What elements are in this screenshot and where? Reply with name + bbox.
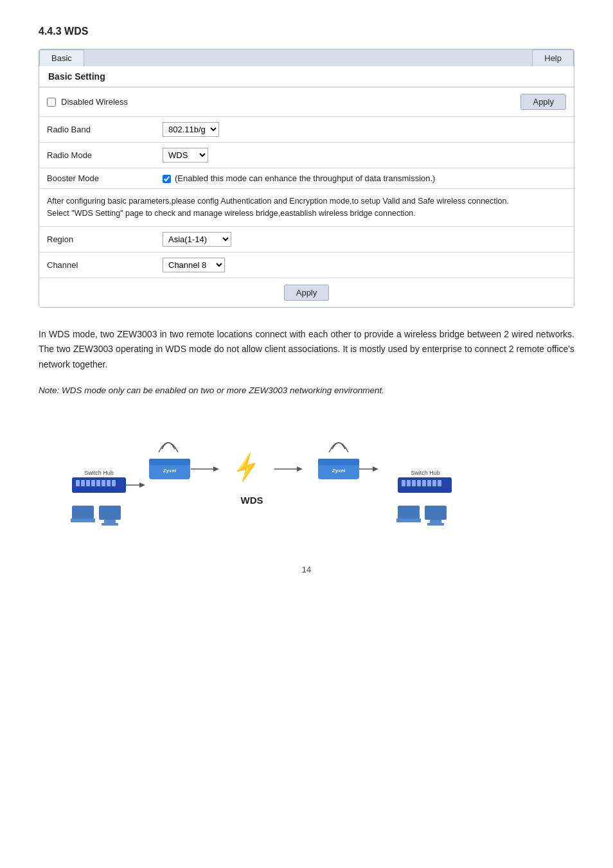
right-monitor bbox=[425, 506, 447, 520]
left-port-7 bbox=[107, 480, 111, 486]
right-port-4 bbox=[417, 480, 421, 486]
body-text: In WDS mode, two ZEW3003 in two remote l… bbox=[39, 327, 574, 373]
left-monitor-base bbox=[102, 523, 118, 526]
arrow-3-head bbox=[297, 466, 303, 472]
disabled-wireless-checkbox[interactable] bbox=[47, 98, 56, 107]
left-monitor bbox=[99, 506, 121, 520]
booster-mode-cell: (Enabled this mode can enhance the throu… bbox=[155, 168, 574, 189]
info-box: After configuring basic parameters,pleas… bbox=[39, 189, 574, 227]
right-antenna-wave-2 bbox=[329, 443, 348, 452]
right-port-2 bbox=[407, 480, 411, 486]
setting-header: Basic Setting bbox=[39, 66, 574, 87]
right-router-top bbox=[318, 459, 359, 465]
right-port-8 bbox=[438, 480, 441, 486]
right-monitor-base bbox=[427, 523, 444, 526]
disabled-wireless-row: Disabled Wireless Apply bbox=[39, 87, 574, 117]
channel-select[interactable]: Channel 8 Channel 1 Channel 6 Channel 11 bbox=[163, 258, 225, 272]
page-number: 14 bbox=[39, 565, 574, 574]
lightning-icon: ⚡ bbox=[229, 450, 264, 484]
info-text: After configuring basic parameters,pleas… bbox=[47, 197, 509, 218]
arrow-2-head bbox=[213, 466, 219, 472]
radio-mode-row: Radio Mode WDS AP Station bbox=[39, 143, 574, 168]
left-port-5 bbox=[96, 480, 100, 486]
right-switch-hub-label: Switch Hub bbox=[411, 470, 440, 476]
channel-cell: Channel 8 Channel 1 Channel 6 Channel 11 bbox=[155, 252, 574, 278]
region-cell: Asia(1-14) USA(1-11) Europe(1-13) bbox=[155, 227, 574, 252]
radio-band-cell: 802.11b/g 802.11b 802.11g bbox=[155, 117, 574, 143]
radio-mode-select[interactable]: WDS AP Station bbox=[163, 148, 208, 163]
left-port-1 bbox=[76, 480, 80, 486]
right-port-3 bbox=[412, 480, 416, 486]
radio-band-select[interactable]: 802.11b/g 802.11b 802.11g bbox=[163, 122, 219, 137]
left-pc-screen bbox=[72, 506, 94, 520]
radio-band-label: Radio Band bbox=[39, 117, 155, 143]
apply-button-2[interactable]: Apply bbox=[284, 285, 330, 301]
diagram: Switch Hub Zyxel ⚡ bbox=[39, 411, 574, 539]
left-port-2 bbox=[81, 480, 85, 486]
right-port-6 bbox=[427, 480, 431, 486]
wds-label: WDS bbox=[241, 495, 263, 506]
region-row: Region Asia(1-14) USA(1-11) Europe(1-13) bbox=[39, 227, 574, 252]
left-port-3 bbox=[86, 480, 90, 486]
left-port-6 bbox=[102, 480, 105, 486]
left-switch-hub-label: Switch Hub bbox=[84, 470, 114, 476]
radio-mode-label: Radio Mode bbox=[39, 143, 155, 168]
left-monitor-stand bbox=[104, 520, 116, 523]
right-router-label: Zyxel bbox=[332, 468, 346, 474]
left-port-4 bbox=[91, 480, 95, 486]
left-port-8 bbox=[112, 480, 116, 486]
left-router-label: Zyxel bbox=[163, 468, 177, 474]
left-router-top bbox=[149, 459, 190, 465]
right-pc-screen bbox=[398, 506, 420, 520]
disabled-wireless-left: Disabled Wireless bbox=[47, 97, 128, 107]
apply-row: Apply bbox=[39, 278, 574, 307]
panel-body: Basic Setting Disabled Wireless Apply Ra… bbox=[39, 66, 574, 307]
left-pc-base bbox=[71, 518, 95, 522]
right-antenna-wave-1 bbox=[332, 443, 345, 449]
region-channel-table: Region Asia(1-14) USA(1-11) Europe(1-13)… bbox=[39, 227, 574, 278]
note-text: Note: WDS mode only can be enabled on tw… bbox=[39, 385, 574, 395]
arrow-1-head bbox=[139, 483, 145, 488]
right-port-1 bbox=[402, 480, 405, 486]
settings-table: Radio Band 802.11b/g 802.11b 802.11g Rad… bbox=[39, 117, 574, 189]
channel-label: Channel bbox=[39, 252, 155, 278]
tab-bar: Basic Help bbox=[39, 49, 574, 66]
region-select[interactable]: Asia(1-14) USA(1-11) Europe(1-13) bbox=[163, 232, 231, 247]
booster-mode-label: Booster Mode bbox=[39, 168, 155, 189]
tab-basic[interactable]: Basic bbox=[39, 49, 84, 66]
arrow-4-head bbox=[373, 466, 378, 472]
booster-mode-text: (Enabled this mode can enhance the throu… bbox=[175, 173, 435, 183]
right-pc-base bbox=[396, 518, 421, 522]
radio-mode-cell: WDS AP Station bbox=[155, 143, 574, 168]
section-title: 4.4.3 WDS bbox=[39, 26, 574, 37]
region-label: Region bbox=[39, 227, 155, 252]
channel-row: Channel Channel 8 Channel 1 Channel 6 Ch… bbox=[39, 252, 574, 278]
radio-band-row: Radio Band 802.11b/g 802.11b 802.11g bbox=[39, 117, 574, 143]
right-monitor-stand bbox=[430, 520, 441, 523]
right-port-7 bbox=[432, 480, 436, 486]
right-port-5 bbox=[422, 480, 426, 486]
booster-mode-label-container: (Enabled this mode can enhance the throu… bbox=[163, 173, 566, 183]
booster-mode-row: Booster Mode (Enabled this mode can enha… bbox=[39, 168, 574, 189]
left-antenna-wave-1 bbox=[162, 443, 175, 449]
tab-help[interactable]: Help bbox=[532, 49, 574, 66]
diagram-svg: Switch Hub Zyxel ⚡ bbox=[66, 411, 547, 539]
left-antenna-wave-2 bbox=[159, 443, 178, 452]
booster-mode-checkbox[interactable] bbox=[163, 175, 171, 183]
disabled-wireless-label: Disabled Wireless bbox=[61, 97, 128, 107]
settings-panel: Basic Help Basic Setting Disabled Wirele… bbox=[39, 49, 574, 308]
apply-button-1[interactable]: Apply bbox=[520, 94, 566, 110]
